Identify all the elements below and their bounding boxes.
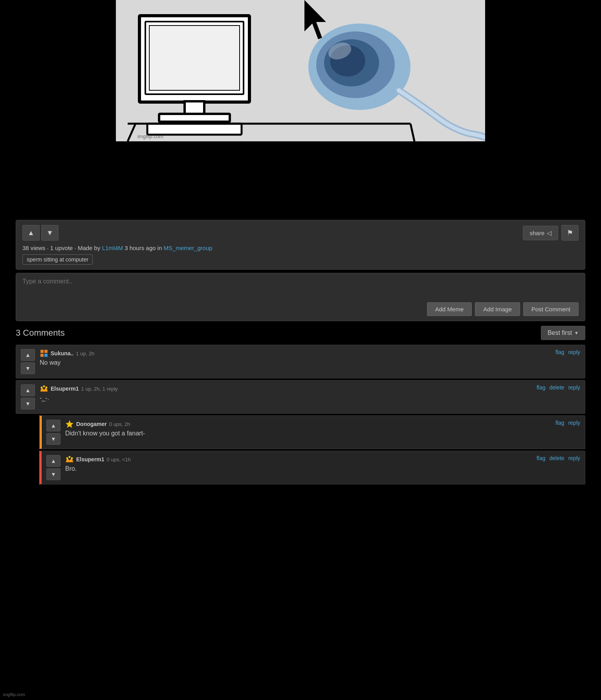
share-button[interactable]: share ◁ (523, 226, 558, 240)
crown-icon (40, 384, 48, 393)
svg-rect-5 (159, 114, 230, 122)
comment-actions: flag reply (555, 420, 580, 426)
comment-body: Donogamer 0 ups, 2h Didn't know you got … (65, 420, 580, 437)
svg-point-27 (66, 457, 68, 459)
comment-buttons-row: Add Meme Add Image Post Comment (22, 302, 579, 316)
comment-body: Elsuperm1 1 up, 2h, 1 reply -_-. (40, 384, 580, 402)
nested-comment-container-2: ▲ ▼ Elsuperm1 0 ups, <1h Bro. (39, 451, 585, 484)
share-label: share (530, 230, 544, 236)
reply-action[interactable]: reply (568, 349, 580, 355)
sort-button[interactable]: Best first ▼ (541, 326, 585, 340)
comment-body: Elsuperm1 0 ups, <1h Bro. (65, 455, 580, 472)
comment-text: -_-. (40, 395, 580, 402)
svg-rect-3 (149, 26, 240, 90)
controls-section: ▲ ▼ share ◁ ⚑ 38 views · 1 upvote · Made… (16, 220, 585, 270)
comment-item: ▲ ▼ Elsuperm1 0 ups, <1h Bro. (40, 451, 585, 484)
black-gap (0, 141, 601, 220)
comment-downvote-button[interactable]: ▼ (21, 362, 35, 374)
comment-item: ▲ ▼ Donogamer 0 ups, 2h Didn't know you … (40, 415, 585, 449)
add-image-button[interactable]: Add Image (475, 302, 520, 316)
svg-point-23 (43, 386, 45, 387)
comment-actions: flag reply (555, 349, 580, 355)
meme-image: imgflip.com (116, 0, 485, 141)
meta-text: 38 views · 1 upvote · Made by (22, 245, 100, 251)
comments-header: 3 Comments Best first ▼ (16, 326, 585, 340)
comment-text: Bro. (65, 465, 580, 472)
share-flag-row: share ◁ ⚑ (523, 225, 579, 241)
comment-meta: Elsuperm1 0 ups, <1h (65, 455, 580, 464)
flag-action[interactable]: flag (555, 420, 564, 426)
image-section: imgflip.com (0, 0, 601, 141)
time-ago: 3 hours ago in (125, 245, 162, 251)
comment-stats: 0 ups, <1h (107, 457, 131, 462)
comment-downvote-button[interactable]: ▼ (46, 468, 60, 480)
tag-label: sperm sitting at computer (22, 254, 93, 265)
comment-stats: 0 ups, 2h (109, 421, 130, 427)
comment-username: Elsuperm1 (76, 456, 104, 462)
nested-comment-container: ▲ ▼ Donogamer 0 ups, 2h Didn't know you … (39, 415, 585, 449)
comment-body: Sukuna.. 1 up, 2h No way (40, 349, 580, 366)
reply-action[interactable]: reply (568, 455, 580, 461)
comment-meta: Donogamer 0 ups, 2h (65, 420, 580, 428)
post-comment-button[interactable]: Post Comment (523, 302, 579, 316)
share-icon: ◁ (547, 229, 552, 237)
comment-stats: 1 up, 2h (76, 351, 94, 356)
delete-action[interactable]: delete (549, 384, 564, 391)
svg-point-29 (71, 457, 73, 459)
comment-actions: flag delete reply (537, 384, 580, 391)
flag-icon: ⚑ (567, 228, 573, 237)
comment-vote-col: ▲ ▼ (46, 455, 60, 480)
svg-point-22 (41, 387, 43, 389)
flag-action[interactable]: flag (537, 455, 546, 461)
comment-upvote-button[interactable]: ▲ (21, 349, 35, 361)
svg-marker-25 (66, 420, 73, 428)
sort-label: Best first (548, 329, 572, 336)
comments-title: 3 Comments (16, 328, 65, 338)
comment-downvote-button[interactable]: ▼ (21, 398, 35, 409)
delete-action[interactable]: delete (549, 455, 564, 461)
flag-action[interactable]: flag (537, 384, 546, 391)
svg-text:imgflip.com: imgflip.com (137, 133, 163, 139)
chevron-down-icon: ▼ (574, 331, 579, 335)
downvote-button[interactable]: ▼ (41, 225, 59, 241)
comment-upvote-button[interactable]: ▲ (46, 420, 60, 431)
comment-item: ▲ ▼ Sukuna.. 1 up, 2h No way flag reply (16, 345, 585, 378)
upvote-button[interactable]: ▲ (22, 225, 40, 241)
star-icon (65, 420, 74, 428)
comment-stats: 1 up, 2h, 1 reply (81, 386, 118, 392)
comment-text: No way (40, 359, 580, 366)
comment-vote-col: ▲ ▼ (46, 420, 60, 445)
comment-text: Didn't know you got a fanart- (65, 430, 580, 437)
footer-watermark: imgflip.com (3, 692, 25, 697)
crown-icon (65, 455, 74, 464)
comment-meta: Sukuna.. 1 up, 2h (40, 349, 580, 358)
flag-action[interactable]: flag (555, 349, 564, 355)
vote-buttons: ▲ ▼ (22, 225, 59, 241)
meta-row: 38 views · 1 upvote · Made by L1ml4M 3 h… (22, 245, 579, 251)
reply-action[interactable]: reply (568, 420, 580, 426)
svg-rect-6 (147, 124, 242, 135)
comment-username: Sukuna.. (51, 350, 73, 356)
reply-action[interactable]: reply (568, 384, 580, 391)
comments-section: 3 Comments Best first ▼ ▲ ▼ Sukuna.. 1 u… (16, 326, 585, 484)
comment-meta: Elsuperm1 1 up, 2h, 1 reply (40, 384, 580, 393)
avatar-icon (40, 349, 48, 358)
comment-upvote-button[interactable]: ▲ (46, 455, 60, 467)
author-link[interactable]: L1ml4M (102, 245, 123, 251)
svg-rect-17 (40, 350, 44, 353)
comment-upvote-button[interactable]: ▲ (21, 384, 35, 396)
group-link[interactable]: MS_memer_group (163, 245, 212, 251)
vote-share-row: ▲ ▼ share ◁ ⚑ (22, 225, 579, 241)
svg-rect-20 (44, 354, 48, 357)
comment-item: ▲ ▼ Elsuperm1 1 up, 2h, 1 reply -_-. fla… (16, 380, 585, 414)
comment-username: Elsuperm1 (51, 386, 79, 392)
comment-textarea[interactable] (22, 278, 579, 298)
flag-button[interactable]: ⚑ (561, 225, 579, 241)
comment-vote-col: ▲ ▼ (21, 349, 35, 374)
comment-downvote-button[interactable]: ▼ (46, 433, 60, 445)
comment-username: Donogamer (76, 421, 107, 427)
svg-point-24 (46, 387, 48, 389)
svg-rect-19 (40, 354, 44, 357)
add-meme-button[interactable]: Add Meme (427, 302, 472, 316)
svg-rect-18 (44, 350, 48, 353)
